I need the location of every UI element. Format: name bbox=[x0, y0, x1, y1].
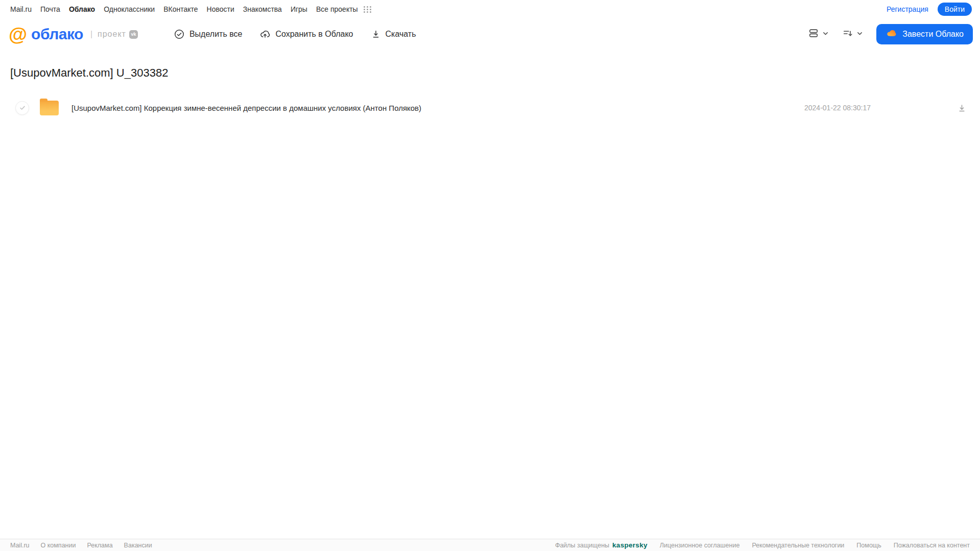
nav-mailru[interactable]: Mail.ru bbox=[10, 5, 32, 13]
cloud-share-page: Mail.ru Почта Облако Одноклассники ВКонт… bbox=[0, 0, 980, 551]
page-title: [UsupovMarket.com] U_303382 bbox=[10, 66, 970, 80]
vk-logo-icon: vk bbox=[129, 30, 138, 39]
file-row[interactable]: [UsupovMarket.com] Коррекция зимне-весен… bbox=[10, 96, 970, 119]
download-label: Скачать bbox=[386, 30, 416, 39]
nav-igry[interactable]: Игры bbox=[291, 5, 307, 13]
download-button[interactable]: Скачать bbox=[371, 29, 416, 39]
protected-label: Файлы защищены bbox=[555, 542, 609, 549]
portal-nav: Mail.ru Почта Облако Одноклассники ВКонт… bbox=[0, 0, 980, 17]
header-right-controls: Завести Облако bbox=[808, 24, 973, 44]
file-date: 2024-01-22 08:30:17 bbox=[804, 104, 938, 112]
footer-about-link[interactable]: О компании bbox=[41, 542, 76, 549]
footer-report-link[interactable]: Пожаловаться на контент bbox=[894, 542, 970, 549]
footer-mailru-link[interactable]: Mail.ru bbox=[10, 542, 30, 549]
nav-pochta[interactable]: Почта bbox=[40, 5, 60, 13]
footer-left-links: Mail.ru О компании Реклама Вакансии bbox=[10, 542, 152, 549]
main-content: [UsupovMarket.com] U_303382 [UsupovMarke… bbox=[0, 51, 980, 539]
footer-right-links: Файлы защищены kaspersky Лицензионное со… bbox=[555, 541, 970, 549]
create-cloud-label: Завести Облако bbox=[902, 30, 964, 39]
chevron-down-icon bbox=[856, 30, 863, 39]
cloud-upload-icon bbox=[259, 29, 271, 40]
app-header: @ облако | проект vk Выделить все bbox=[0, 17, 980, 51]
mailru-at-icon: @ bbox=[9, 25, 27, 44]
cloud-brand-icon bbox=[886, 27, 898, 41]
actions-toolbar: Выделить все Сохранить в Облако bbox=[174, 29, 416, 40]
row-checkbox[interactable] bbox=[15, 101, 29, 115]
footer-help-link[interactable]: Помощь bbox=[856, 542, 881, 549]
view-mode-dropdown[interactable] bbox=[808, 28, 829, 41]
nav-oblako[interactable]: Облако bbox=[69, 5, 95, 13]
kaspersky-protection: Файлы защищены kaspersky bbox=[555, 541, 648, 549]
nav-znakomstva[interactable]: Знакомства bbox=[243, 5, 282, 13]
create-cloud-button[interactable]: Завести Облако bbox=[876, 24, 973, 44]
select-all-button[interactable]: Выделить все bbox=[174, 29, 242, 40]
apps-grid-icon[interactable] bbox=[364, 6, 372, 13]
save-to-cloud-label: Сохранить в Облако bbox=[275, 30, 353, 39]
footer-license-link[interactable]: Лицензионное соглашение bbox=[660, 542, 740, 549]
save-to-cloud-button[interactable]: Сохранить в Облако bbox=[259, 29, 353, 40]
file-list: [UsupovMarket.com] Коррекция зимне-весен… bbox=[10, 96, 970, 119]
check-circle-icon bbox=[174, 29, 185, 40]
nav-odnoklassniki[interactable]: Одноклассники bbox=[104, 5, 155, 13]
select-all-label: Выделить все bbox=[189, 30, 242, 39]
download-icon bbox=[371, 29, 381, 39]
sort-icon bbox=[842, 28, 853, 41]
cloud-logo[interactable]: @ облако | проект vk bbox=[9, 25, 138, 44]
footer-recommendations-link[interactable]: Рекомендательные технологии bbox=[752, 542, 844, 549]
view-rows-icon bbox=[808, 28, 819, 41]
logo-divider: | bbox=[90, 30, 92, 39]
sort-dropdown[interactable] bbox=[842, 28, 863, 41]
registration-link[interactable]: Регистрация bbox=[887, 5, 928, 13]
nav-novosti[interactable]: Новости bbox=[207, 5, 234, 13]
file-name[interactable]: [UsupovMarket.com] Коррекция зимне-весен… bbox=[71, 104, 804, 112]
logo-project-text: проект bbox=[98, 30, 126, 39]
login-button[interactable]: Войти bbox=[938, 3, 972, 16]
nav-vkontakte[interactable]: ВКонтакте bbox=[163, 5, 198, 13]
footer-jobs-link[interactable]: Вакансии bbox=[124, 542, 152, 549]
logo-brand-text: облако bbox=[31, 26, 83, 43]
portal-nav-right: Регистрация Войти bbox=[887, 3, 972, 16]
folder-icon bbox=[40, 101, 59, 115]
page-footer: Mail.ru О компании Реклама Вакансии Файл… bbox=[0, 539, 980, 551]
kaspersky-logo[interactable]: kaspersky bbox=[612, 541, 648, 549]
row-download-icon[interactable] bbox=[938, 103, 967, 113]
chevron-down-icon bbox=[822, 30, 829, 39]
footer-ads-link[interactable]: Реклама bbox=[87, 542, 112, 549]
nav-all-projects[interactable]: Все проекты bbox=[316, 5, 358, 13]
